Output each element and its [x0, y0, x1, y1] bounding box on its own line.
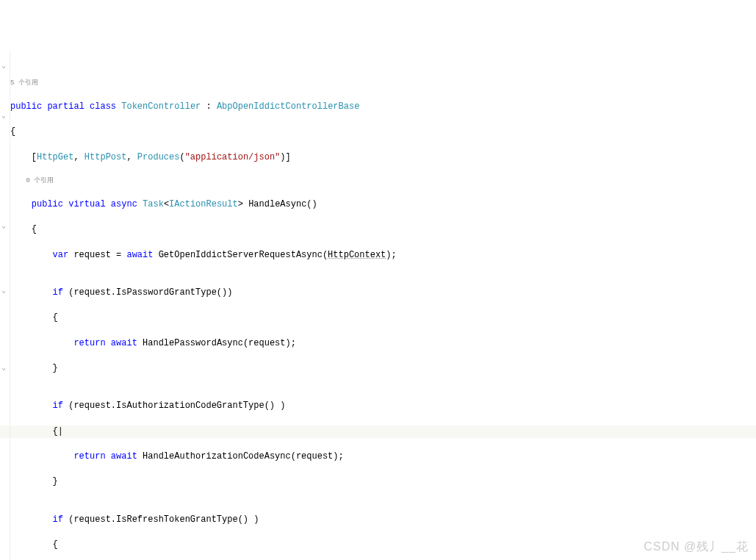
code-line: public virtual async Task<IActionResult>…	[10, 198, 756, 211]
fold-icon[interactable]: ⌄	[1, 286, 6, 296]
code-line: {	[10, 312, 756, 324]
code-line: }	[10, 475, 756, 488]
code-line: {	[10, 223, 756, 236]
code-line: return await HandleAuthorizationCodeAsyn…	[10, 450, 756, 463]
code-line: if (request.IsRefreshTokenGrantType() )	[10, 514, 756, 526]
fold-icon[interactable]: ⌄	[1, 221, 6, 231]
code-line: return await HandlePasswordAsync(request…	[10, 337, 756, 350]
highlighted-line: {|	[0, 426, 756, 438]
code-line: {	[10, 126, 756, 138]
fold-icon[interactable]: ⌄	[1, 111, 6, 121]
codelens-refs[interactable]: 5 个引用	[10, 79, 756, 88]
fold-icon[interactable]: ⌄	[1, 61, 6, 71]
fold-icon[interactable]: ⌄	[1, 363, 6, 373]
code-editor[interactable]: ⌄ ⌄ ⌄ ⌄ ⌄ 5 个引用 public partial class Tok…	[0, 51, 756, 560]
code-line: public partial class TokenController : A…	[10, 101, 756, 113]
code-line: [HttpGet, HttpPost, Produces("applicatio…	[10, 151, 756, 164]
code-line: var request = await GetOpenIddictServerR…	[10, 249, 756, 262]
code-line: }	[10, 362, 756, 375]
gutter: ⌄ ⌄ ⌄ ⌄ ⌄	[0, 51, 10, 560]
codelens-refs[interactable]: 0 个引用	[10, 176, 756, 186]
watermark: CSDN @残丿__花	[644, 539, 749, 556]
code-line: if (request.IsAuthorizationCodeGrantType…	[10, 400, 756, 412]
code-line: if (request.IsPasswordGrantType())	[10, 287, 756, 299]
